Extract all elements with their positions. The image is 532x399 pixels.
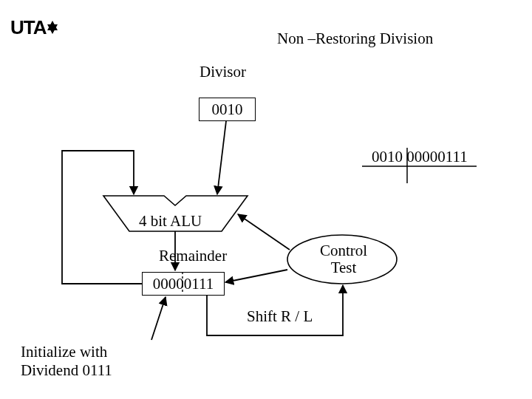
alu-shape [103, 196, 248, 231]
arrow-divisor-to-alu [217, 121, 226, 194]
arrow-control-to-alu [238, 214, 290, 250]
arrow-init-to-remainder [151, 297, 166, 340]
diagram-wires [0, 0, 532, 399]
arrow-control-to-remainder [225, 270, 287, 282]
control-test-ellipse [287, 235, 397, 284]
arrow-remainder-to-alu [62, 151, 142, 284]
arrow-remainder-to-control [207, 285, 343, 335]
